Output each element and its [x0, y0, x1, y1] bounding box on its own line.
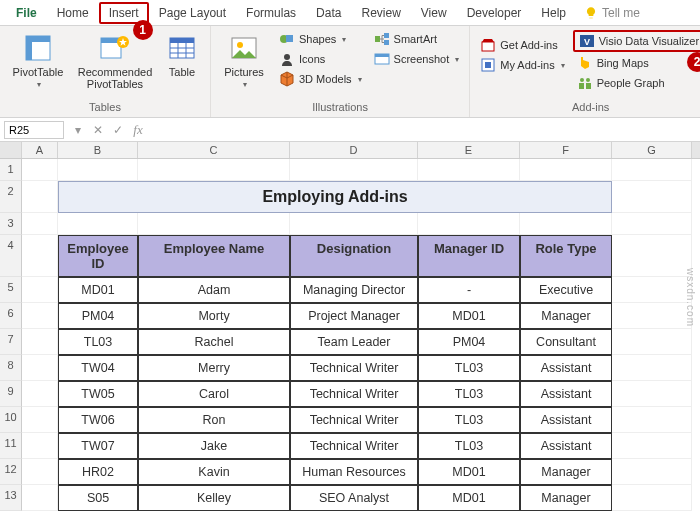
cell[interactable]	[22, 459, 58, 485]
table-cell[interactable]: TW04	[58, 355, 138, 381]
cell[interactable]	[612, 485, 692, 511]
table-cell[interactable]: Morty	[138, 303, 290, 329]
screenshot-button[interactable]: Screenshot▾	[370, 50, 464, 68]
col-header[interactable]: G	[612, 142, 692, 158]
row-header[interactable]: 12	[0, 459, 22, 485]
table-cell[interactable]: Managing Director	[290, 277, 418, 303]
cell[interactable]	[612, 235, 692, 277]
cell[interactable]	[612, 381, 692, 407]
row-header[interactable]: 4	[0, 235, 22, 277]
row-header[interactable]: 10	[0, 407, 22, 433]
table-cell[interactable]: TW05	[58, 381, 138, 407]
table-cell[interactable]: Assistant	[520, 355, 612, 381]
table-cell[interactable]: Assistant	[520, 407, 612, 433]
cell[interactable]	[612, 355, 692, 381]
row-header[interactable]: 2	[0, 181, 22, 213]
row-header[interactable]: 1	[0, 159, 22, 181]
cell[interactable]	[418, 159, 520, 181]
table-cell[interactable]: MD01	[418, 303, 520, 329]
table-cell[interactable]: Technical Writer	[290, 381, 418, 407]
table-header-cell[interactable]: Designation	[290, 235, 418, 277]
table-cell[interactable]: TL03	[418, 407, 520, 433]
col-header[interactable]: B	[58, 142, 138, 158]
col-header[interactable]: D	[290, 142, 418, 158]
table-cell[interactable]: TL03	[418, 355, 520, 381]
row-header[interactable]: 6	[0, 303, 22, 329]
table-cell[interactable]: TW06	[58, 407, 138, 433]
row-header[interactable]: 3	[0, 213, 22, 235]
table-cell[interactable]: Technical Writer	[290, 407, 418, 433]
col-header[interactable]: A	[22, 142, 58, 158]
table-cell[interactable]: Project Manager	[290, 303, 418, 329]
cell[interactable]	[612, 433, 692, 459]
table-cell[interactable]: S05	[58, 485, 138, 511]
cell[interactable]	[22, 159, 58, 181]
table-header-cell[interactable]: Employee ID	[58, 235, 138, 277]
table-cell[interactable]: Jake	[138, 433, 290, 459]
table-cell[interactable]: Technical Writer	[290, 433, 418, 459]
cell[interactable]	[22, 235, 58, 277]
pictures-button[interactable]: Pictures▾	[217, 30, 271, 89]
name-box[interactable]	[4, 121, 64, 139]
table-cell[interactable]: Manager	[520, 485, 612, 511]
cancel-formula-button[interactable]: ✕	[88, 123, 108, 137]
cell[interactable]	[58, 213, 138, 235]
table-header-cell[interactable]: Role Type	[520, 235, 612, 277]
tab-pagelayout[interactable]: Page Layout	[149, 2, 236, 24]
cell[interactable]	[290, 159, 418, 181]
col-header[interactable]: F	[520, 142, 612, 158]
cell[interactable]	[22, 181, 58, 213]
pivottable-button[interactable]: PivotTable▾	[6, 30, 70, 89]
tab-developer[interactable]: Developer	[457, 2, 532, 24]
table-cell[interactable]: Manager	[520, 303, 612, 329]
tab-file[interactable]: File	[6, 2, 47, 24]
cell[interactable]	[612, 213, 692, 235]
table-cell[interactable]: Human Resources	[290, 459, 418, 485]
tab-view[interactable]: View	[411, 2, 457, 24]
cell[interactable]	[520, 159, 612, 181]
cell[interactable]	[612, 459, 692, 485]
cell[interactable]	[612, 303, 692, 329]
row-header[interactable]: 9	[0, 381, 22, 407]
table-cell[interactable]: PM04	[418, 329, 520, 355]
cell[interactable]	[612, 181, 692, 213]
tell-me-search[interactable]: Tell me	[584, 6, 640, 20]
table-cell[interactable]: TL03	[418, 433, 520, 459]
table-cell[interactable]: Team Leader	[290, 329, 418, 355]
table-cell[interactable]: Kelley	[138, 485, 290, 511]
namebox-dropdown[interactable]: ▾	[68, 123, 88, 137]
table-cell[interactable]: Executive	[520, 277, 612, 303]
table-cell[interactable]: MD01	[418, 485, 520, 511]
cell[interactable]	[612, 277, 692, 303]
3d-models-button[interactable]: 3D Models▾	[275, 70, 366, 88]
cell[interactable]	[22, 433, 58, 459]
cell[interactable]	[612, 407, 692, 433]
table-cell[interactable]: Kavin	[138, 459, 290, 485]
table-cell[interactable]: HR02	[58, 459, 138, 485]
cell[interactable]	[22, 485, 58, 511]
table-cell[interactable]: Merry	[138, 355, 290, 381]
table-cell[interactable]: -	[418, 277, 520, 303]
table-cell[interactable]: Consultant	[520, 329, 612, 355]
enter-formula-button[interactable]: ✓	[108, 123, 128, 137]
tab-insert[interactable]: Insert 1	[99, 2, 149, 24]
cell[interactable]	[520, 213, 612, 235]
insert-function-button[interactable]: fx	[128, 122, 148, 138]
table-cell[interactable]: Assistant	[520, 381, 612, 407]
table-cell[interactable]: Carol	[138, 381, 290, 407]
table-cell[interactable]: TL03	[58, 329, 138, 355]
bing-maps-button[interactable]: Bing Maps	[573, 54, 700, 72]
visio-data-visualizer-button[interactable]: V Visio Data Visualizer 2	[573, 30, 700, 52]
table-button[interactable]: Table	[160, 30, 204, 78]
row-header[interactable]: 13	[0, 485, 22, 511]
formula-bar[interactable]	[148, 128, 700, 132]
tab-help[interactable]: Help	[531, 2, 576, 24]
table-cell[interactable]: TW07	[58, 433, 138, 459]
cell[interactable]	[22, 277, 58, 303]
icons-button[interactable]: Icons	[275, 50, 366, 68]
row-header[interactable]: 11	[0, 433, 22, 459]
cell[interactable]	[612, 159, 692, 181]
cell[interactable]	[290, 213, 418, 235]
sheet-title[interactable]: Employing Add-ins	[58, 181, 612, 213]
select-all-corner[interactable]	[0, 142, 22, 158]
